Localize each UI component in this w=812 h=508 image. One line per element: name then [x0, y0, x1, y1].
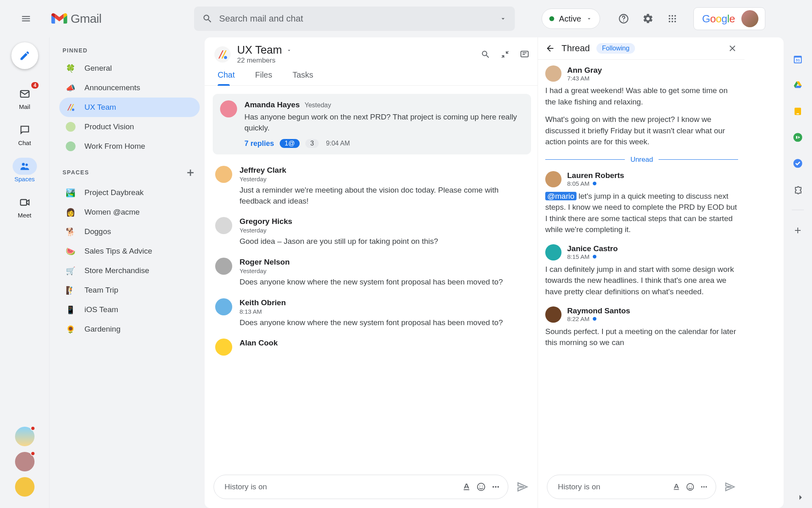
- pinned-item-announcements[interactable]: 📣Announcements: [59, 78, 200, 98]
- emoji-icon[interactable]: [476, 482, 486, 492]
- thread-message[interactable]: Ann Gray 7:43 AM I had a great weekend! …: [545, 62, 738, 153]
- space-item-ios-team[interactable]: 📱iOS Team: [59, 300, 200, 319]
- close-button[interactable]: [728, 43, 737, 53]
- space-icon: 🍉: [66, 246, 76, 256]
- message-item[interactable]: Alan Cook: [213, 335, 531, 356]
- get-addons-button[interactable]: [792, 225, 803, 236]
- tasks-app-icon[interactable]: [792, 158, 803, 169]
- pinned-item-wfh[interactable]: Work From Home: [59, 137, 200, 156]
- space-item-daybreak[interactable]: 🏞️Project Daybreak: [59, 183, 200, 202]
- search-bar[interactable]: [194, 7, 515, 31]
- tab-tasks[interactable]: Tasks: [292, 70, 313, 85]
- message-author: Alan Cook: [240, 339, 529, 347]
- send-button[interactable]: [516, 481, 529, 493]
- replies-link[interactable]: 7 replies: [244, 139, 274, 148]
- main-menu-button[interactable]: [16, 9, 36, 28]
- format-icon[interactable]: [462, 482, 471, 492]
- svg-point-7: [674, 18, 676, 20]
- format-icon[interactable]: [672, 482, 681, 491]
- following-badge[interactable]: Following: [596, 43, 635, 54]
- create-space-button[interactable]: ＋: [185, 167, 197, 178]
- space-item-women-acme[interactable]: 👩Women @acme: [59, 202, 200, 222]
- space-item-sales-tips[interactable]: 🍉Sales Tips & Advice: [59, 241, 200, 261]
- hamburger-icon: [21, 13, 31, 24]
- addons-app-icon[interactable]: [792, 184, 803, 195]
- support-button[interactable]: [617, 12, 630, 25]
- open-thread-icon[interactable]: [520, 50, 529, 59]
- emoji-icon[interactable]: [686, 482, 695, 491]
- more-icon[interactable]: [700, 482, 708, 491]
- svg-point-1: [623, 21, 624, 22]
- calendar-app-icon[interactable]: 31: [792, 54, 803, 65]
- keep-app-icon[interactable]: [792, 106, 803, 117]
- message-item[interactable]: Roger Nelson Yesterday Does anyone know …: [213, 254, 531, 295]
- rail-avatar-1[interactable]: [15, 427, 35, 446]
- svg-point-3: [672, 15, 673, 17]
- user-avatar[interactable]: [741, 10, 758, 27]
- presence-icon: [30, 426, 35, 431]
- rail-avatar-3[interactable]: [15, 477, 35, 497]
- thread-time: 8:15 AM: [567, 253, 618, 260]
- space-item-gardening[interactable]: 🌻Gardening: [59, 319, 200, 339]
- space-item-doggos[interactable]: 🐕Doggos: [59, 222, 200, 241]
- thread-message[interactable]: Lauren Roberts 8:05 AM @mario let's jump…: [545, 168, 738, 241]
- message-list[interactable]: Amanda Hayes Yesteday Has anyone begun w…: [205, 86, 538, 470]
- space-label: Announcements: [84, 83, 140, 92]
- svg-point-26: [691, 486, 692, 486]
- send-button[interactable]: [724, 481, 736, 493]
- message-item[interactable]: Gregory Hicks Yesterday Good idea – Jaso…: [213, 214, 531, 254]
- thread-message[interactable]: Janice Castro 8:15 AM I can definitely j…: [545, 241, 738, 303]
- contacts-app-icon[interactable]: [792, 132, 803, 143]
- megaphone-icon: 📣: [66, 83, 76, 93]
- account-switcher[interactable]: Google: [693, 7, 765, 30]
- pinned-item-general[interactable]: 🍀General: [59, 59, 200, 78]
- pinned-item-ux-team[interactable]: UX Team: [59, 98, 200, 117]
- nav-mail[interactable]: 4 Mail: [0, 81, 49, 114]
- collapse-icon[interactable]: [500, 50, 510, 59]
- pencil-icon: [19, 50, 30, 61]
- space-item-store-merch[interactable]: 🛒Store Merchandise: [59, 261, 200, 280]
- dropdown-icon[interactable]: [499, 15, 507, 22]
- drive-app-icon[interactable]: [792, 80, 803, 91]
- nav-spaces[interactable]: Spaces: [0, 154, 49, 187]
- pinned-item-product-vision[interactable]: Product Vision: [59, 117, 200, 137]
- apps-button[interactable]: [666, 12, 679, 25]
- message-thread-card[interactable]: Amanda Hayes Yesteday Has anyone begun w…: [213, 94, 531, 154]
- mail-icon: [19, 88, 30, 100]
- reply-summary[interactable]: 7 replies 1@ 3 9:04 AM: [244, 139, 524, 148]
- thread-composer-row: History is on: [538, 470, 745, 508]
- nav-meet[interactable]: Meet: [0, 190, 49, 223]
- gmail-logo[interactable]: Gmail: [51, 12, 102, 26]
- chat-composer[interactable]: History is on: [214, 475, 508, 499]
- back-icon[interactable]: [545, 43, 555, 53]
- side-panel-collapse[interactable]: [796, 493, 806, 502]
- mention-chip[interactable]: @mario: [545, 192, 577, 200]
- search-input[interactable]: [218, 13, 499, 24]
- thread-message-list[interactable]: Ann Gray 7:43 AM I had a great weekend! …: [538, 60, 745, 470]
- message-item[interactable]: Keith Obrien 8:13 AM Does anyone know wh…: [213, 295, 531, 336]
- spaces-sidebar: PINNED 🍀General 📣Announcements UX Team P…: [50, 37, 205, 508]
- svg-point-21: [492, 486, 494, 488]
- side-panel: 31: [784, 37, 812, 508]
- tab-files[interactable]: Files: [255, 70, 272, 85]
- space-name-wrap[interactable]: UX Team: [237, 44, 292, 56]
- nav-chat[interactable]: Chat: [0, 117, 49, 150]
- svg-point-27: [701, 486, 703, 488]
- space-item-team-trip[interactable]: 🧗Team Trip: [59, 280, 200, 300]
- thread-message[interactable]: Raymond Santos 8:22 AM Sounds perfect. I…: [545, 303, 738, 354]
- message-item[interactable]: Jeffrey Clark Yesterday Just a reminder …: [213, 163, 531, 214]
- more-icon[interactable]: [491, 482, 501, 492]
- thread-time: 8:05 AM: [567, 180, 624, 187]
- status-selector[interactable]: Active: [542, 9, 600, 29]
- svg-point-22: [495, 486, 497, 488]
- search-icon[interactable]: [481, 50, 490, 59]
- message-author: Gregory Hicks: [240, 217, 529, 226]
- tab-chat[interactable]: Chat: [218, 70, 235, 85]
- space-label: Team Trip: [84, 286, 118, 295]
- thread-composer[interactable]: History is on: [547, 475, 716, 499]
- user-avatar: [545, 171, 561, 187]
- settings-button[interactable]: [641, 12, 654, 25]
- thread-panel: Thread Following Ann Gray 7:43 AM I had …: [538, 37, 745, 508]
- compose-button[interactable]: [11, 42, 38, 69]
- rail-avatar-2[interactable]: [15, 452, 35, 471]
